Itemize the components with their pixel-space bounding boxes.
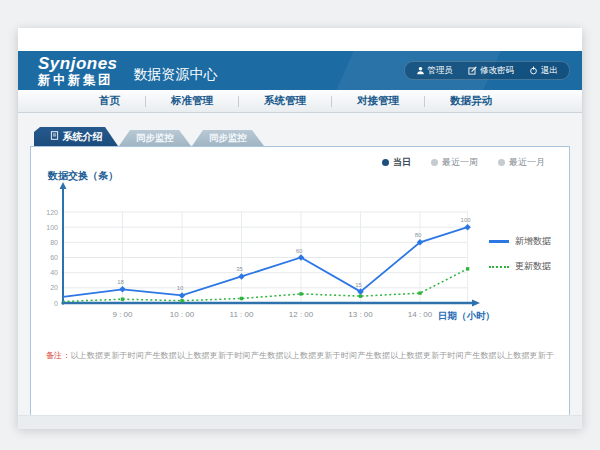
- tab-sync-monitor-2[interactable]: 同步监控: [192, 130, 264, 146]
- svg-text:60: 60: [296, 248, 303, 254]
- document-icon: [50, 131, 59, 142]
- window-footer-strip: [18, 415, 582, 429]
- svg-text:120: 120: [46, 209, 58, 216]
- svg-text:40: 40: [50, 269, 58, 276]
- legend-label: 新增数据: [515, 235, 551, 248]
- exchange-line-chart: 0204060801001209 : 0010 : 0011 : 0012 : …: [39, 181, 499, 323]
- power-icon: [529, 66, 538, 75]
- svg-text:80: 80: [415, 232, 422, 238]
- tab-label: 系统介绍: [63, 130, 103, 144]
- change-password-label: 修改密码: [480, 65, 514, 77]
- legend-item-updated-data[interactable]: 更新数据: [489, 260, 551, 273]
- svg-text:15: 15: [355, 282, 362, 288]
- footnote-text: 以上数据更新于时间产生数据以上数据更新于时间产生数据以上数据更新于时间产生数据以…: [70, 351, 554, 360]
- chart-svg: 0204060801001209 : 0010 : 0011 : 0012 : …: [39, 181, 499, 323]
- chart-panel: 当日 最近一周 最近一月 数据交换（条） 0204060801001209 : …: [30, 146, 570, 416]
- logo-brand-text: Synjones: [38, 55, 118, 72]
- tab-bar: 系统介绍 同步监控 同步监控: [34, 127, 264, 146]
- svg-text:11 : 00: 11 : 00: [230, 310, 254, 319]
- logo-subtitle-text: 新中新集团: [38, 74, 118, 87]
- nav-item-data-change[interactable]: 数据异动: [425, 94, 517, 108]
- svg-text:日期（小时）: 日期（小时）: [438, 310, 495, 322]
- main-nav: 首页 标准管理 系统管理 对接管理 数据异动: [18, 90, 582, 113]
- logout-label: 退出: [541, 65, 558, 77]
- content-area: 系统介绍 同步监控 同步监控 当日 最近一周: [18, 113, 582, 429]
- footnote: 备注：以上数据更新于时间产生数据以上数据更新于时间产生数据以上数据更新于时间产生…: [31, 350, 569, 361]
- tab-label: 同步监控: [209, 132, 247, 145]
- svg-text:18: 18: [117, 279, 124, 285]
- nav-item-home[interactable]: 首页: [74, 94, 145, 108]
- nav-item-system[interactable]: 系统管理: [239, 94, 331, 108]
- tab-sync-monitor-1[interactable]: 同步监控: [119, 130, 191, 146]
- synjones-logo: Synjones 新中新集团: [38, 55, 118, 87]
- radio-dot-icon: [498, 159, 505, 166]
- page-title: 数据资源中心: [134, 57, 218, 84]
- svg-text:10 : 00: 10 : 00: [170, 310, 195, 319]
- legend-swatch-solid: [489, 240, 509, 243]
- tab-system-intro[interactable]: 系统介绍: [34, 127, 118, 146]
- svg-text:80: 80: [50, 239, 58, 246]
- change-password-button[interactable]: 修改密码: [468, 65, 514, 77]
- svg-text:9 : 00: 9 : 00: [112, 310, 133, 319]
- time-range-options: 当日 最近一周 最近一月: [382, 156, 545, 169]
- radio-dot-icon: [382, 159, 389, 166]
- edit-icon: [468, 66, 477, 75]
- radio-label: 最近一周: [442, 156, 478, 169]
- logout-button[interactable]: 退出: [529, 65, 558, 77]
- radio-dot-icon: [431, 159, 438, 166]
- radio-last-month[interactable]: 最近一月: [498, 156, 545, 169]
- svg-text:14 : 00: 14 : 00: [408, 310, 433, 319]
- footnote-prefix: 备注：: [46, 351, 71, 360]
- app-header: Synjones 新中新集团 数据资源中心 管理员 修改密码 退出: [18, 51, 582, 90]
- nav-item-standards[interactable]: 标准管理: [146, 94, 238, 108]
- svg-text:20: 20: [50, 284, 58, 291]
- svg-text:100: 100: [46, 224, 58, 231]
- radio-last-week[interactable]: 最近一周: [431, 156, 478, 169]
- radio-label: 最近一月: [509, 156, 545, 169]
- app-window: Synjones 新中新集团 数据资源中心 管理员 修改密码 退出 首页 标准管…: [18, 28, 582, 428]
- svg-text:10: 10: [177, 285, 184, 291]
- user-icon: [416, 66, 425, 75]
- svg-text:13 : 00: 13 : 00: [348, 310, 373, 319]
- legend-item-new-data[interactable]: 新增数据: [489, 235, 551, 248]
- svg-text:0: 0: [54, 300, 58, 307]
- admin-user-button[interactable]: 管理员: [416, 65, 454, 77]
- legend-label: 更新数据: [515, 260, 551, 273]
- svg-text:12 : 00: 12 : 00: [289, 310, 314, 319]
- svg-text:100: 100: [461, 217, 472, 223]
- radio-label: 当日: [393, 156, 411, 169]
- radio-today[interactable]: 当日: [382, 156, 411, 169]
- legend-swatch-dotted: [489, 266, 509, 268]
- chart-legend: 新增数据 更新数据: [489, 235, 551, 273]
- tab-label: 同步监控: [136, 132, 174, 145]
- svg-text:35: 35: [236, 266, 243, 272]
- window-top-strip: [18, 28, 582, 51]
- user-toolbar: 管理员 修改密码 退出: [404, 61, 571, 80]
- admin-user-label: 管理员: [428, 65, 454, 77]
- nav-item-integration[interactable]: 对接管理: [332, 94, 424, 108]
- svg-text:60: 60: [50, 254, 58, 261]
